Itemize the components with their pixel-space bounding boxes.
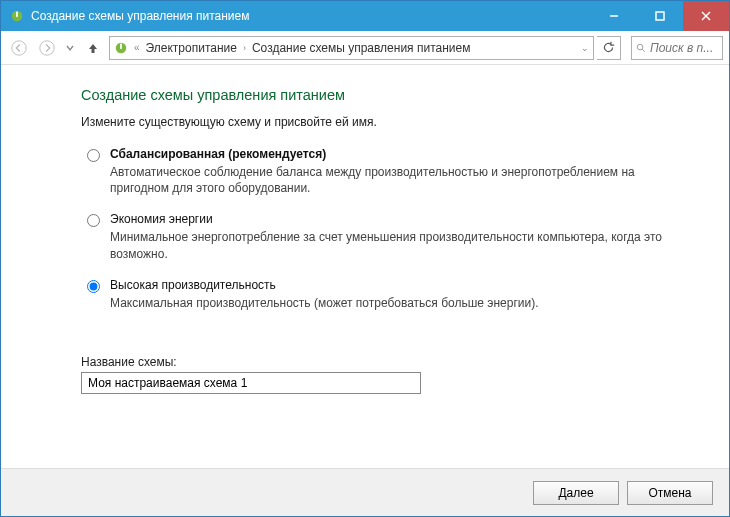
- plan-radio-balanced[interactable]: [87, 149, 100, 162]
- forward-button[interactable]: [35, 36, 59, 60]
- chevron-down-icon[interactable]: ⌄: [581, 43, 589, 53]
- window-controls: [591, 1, 729, 31]
- cancel-button[interactable]: Отмена: [627, 481, 713, 505]
- breadcrumb-item-power[interactable]: Электропитание: [146, 41, 237, 55]
- titlebar: Создание схемы управления питанием: [1, 1, 729, 31]
- page-heading: Создание схемы управления питанием: [81, 87, 683, 103]
- svg-line-11: [642, 49, 644, 51]
- plan-desc: Автоматическое соблюдение баланса между …: [110, 164, 683, 196]
- refresh-button[interactable]: [597, 36, 621, 60]
- recent-locations-button[interactable]: [63, 36, 77, 60]
- control-panel-icon: [114, 41, 128, 55]
- footer-bar: Далее Отмена: [1, 468, 729, 516]
- plan-option-balanced[interactable]: Сбалансированная (рекомендуется) Автомат…: [81, 147, 683, 196]
- window-frame: Создание схемы управления питанием: [0, 0, 730, 517]
- svg-point-10: [637, 44, 643, 50]
- plan-name: Сбалансированная (рекомендуется): [110, 147, 683, 161]
- chevron-right-icon[interactable]: ›: [243, 43, 246, 53]
- close-button[interactable]: [683, 1, 729, 31]
- plan-radio-powersaver[interactable]: [87, 214, 100, 227]
- svg-point-6: [12, 40, 26, 54]
- plan-desc: Минимальное энергопотребление за счет ум…: [110, 229, 683, 261]
- scheme-name-label: Название схемы:: [81, 355, 683, 369]
- svg-rect-9: [120, 43, 122, 48]
- power-options-icon: [9, 8, 25, 24]
- plan-option-powersaver[interactable]: Экономия энергии Минимальное энергопотре…: [81, 212, 683, 261]
- page-subheading: Измените существующую схему и присвойте …: [81, 115, 683, 129]
- breadcrumb-prefix: «: [134, 42, 140, 53]
- search-input[interactable]: [650, 41, 718, 55]
- plan-name: Экономия энергии: [110, 212, 683, 226]
- minimize-button[interactable]: [591, 1, 637, 31]
- plan-desc: Максимальная производительность (может п…: [110, 295, 683, 311]
- scheme-name-input[interactable]: [81, 372, 421, 394]
- plan-radio-highperf[interactable]: [87, 280, 100, 293]
- svg-rect-3: [656, 12, 664, 20]
- address-bar[interactable]: « Электропитание › Создание схемы управл…: [109, 36, 594, 60]
- maximize-button[interactable]: [637, 1, 683, 31]
- svg-point-7: [40, 40, 54, 54]
- navigation-bar: « Электропитание › Создание схемы управл…: [1, 31, 729, 65]
- next-button[interactable]: Далее: [533, 481, 619, 505]
- content-area: Создание схемы управления питанием Измен…: [1, 65, 729, 468]
- plan-option-highperf[interactable]: Высокая производительность Максимальная …: [81, 278, 683, 311]
- svg-rect-1: [16, 12, 18, 17]
- up-button[interactable]: [81, 36, 105, 60]
- window-title: Создание схемы управления питанием: [31, 9, 591, 23]
- back-button[interactable]: [7, 36, 31, 60]
- plan-name: Высокая производительность: [110, 278, 683, 292]
- breadcrumb-item-create-plan[interactable]: Создание схемы управления питанием: [252, 41, 470, 55]
- search-icon: [636, 42, 646, 54]
- search-box[interactable]: [631, 36, 723, 60]
